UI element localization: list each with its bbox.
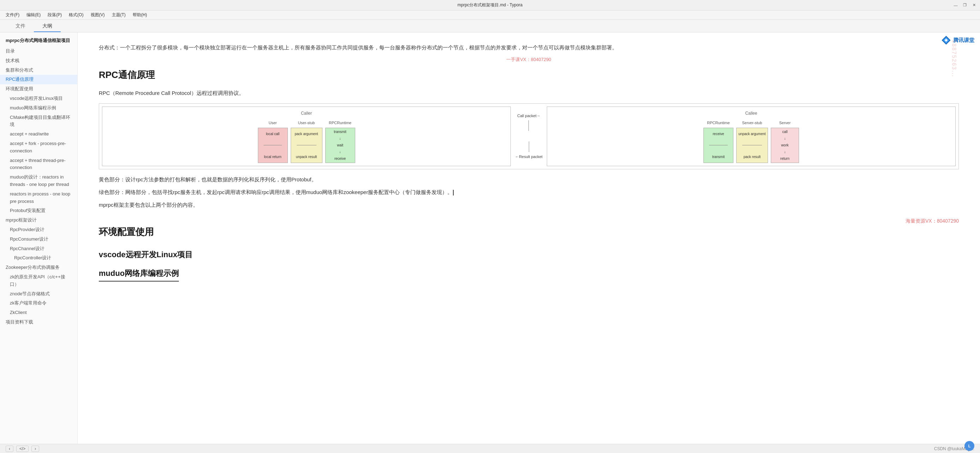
caller-boxes: User local call local return User-stub p… (105, 119, 508, 163)
sidebar-item-21[interactable]: znode节点存储格式 (0, 289, 77, 299)
callee-server-rect: call ↓ work ↓ return (771, 128, 799, 163)
caller-user-box: User local call local return (258, 119, 288, 163)
menu-item-视图v[interactable]: 视图(V) (88, 11, 108, 19)
sidebar-item-1[interactable]: 技术栈 (0, 56, 77, 66)
tab-file[interactable]: 文件 (7, 21, 34, 32)
summary-para: mprpc框架主要包含以上两个部分的内容。 (99, 200, 959, 210)
caller-rpcruntime-rect: transmit ↓ wait ↓ receive (325, 128, 355, 163)
next-button[interactable]: › (32, 446, 39, 452)
code-toggle-button[interactable]: </> (16, 446, 29, 452)
svg-marker-2 (945, 39, 948, 41)
sidebar-item-2[interactable]: 集群和分布式 (0, 66, 77, 75)
menu-item-段落p[interactable]: 段落(P) (45, 11, 65, 19)
menu-bar: 文件(F)编辑(E)段落(P)格式(O)视图(V)主题(T)帮助(H) (0, 11, 980, 20)
caller-user-label: User (269, 119, 277, 126)
restore-button[interactable]: ❐ (963, 3, 967, 8)
bottom-navigation: ‹ </> › (6, 446, 39, 452)
sidebar-item-22[interactable]: zk客户端常用命令 (0, 299, 77, 308)
menu-item-文件f[interactable]: 文件(F) (3, 11, 22, 19)
call-packet-arrow: Call packet→ (517, 113, 540, 131)
caller-user-stub-label: User-stub (298, 119, 315, 126)
rpc-diagram: Caller User local call local return User… (99, 103, 959, 169)
caller-label: Caller (105, 110, 508, 117)
svg-marker-1 (943, 37, 949, 43)
sidebar-item-12[interactable]: reactors in process - one loop pre proce… (0, 189, 77, 207)
sidebar-item-5[interactable]: vscode远程开发Linux项目 (0, 94, 77, 103)
menu-item-格式o[interactable]: 格式(O) (66, 11, 86, 19)
caller-user-stub-rect: pack argument unpack result (291, 128, 323, 163)
sidebar-item-17[interactable]: RpcChannel设计 (0, 244, 77, 254)
sidebar-item-24[interactable]: 项目资料下载 (0, 318, 77, 327)
callee-rpcruntime-box: RPCRuntime receive transmit (703, 119, 733, 163)
sidebar-item-14[interactable]: mprpc框架设计 (0, 216, 77, 225)
sidebar-item-7[interactable]: CMake构建项目目集成翻译环境 (0, 113, 77, 130)
callee-server-label: Server (779, 119, 791, 126)
rpc-intro-para: RPC（Remote Procedure Call Protocol）远程过程调… (99, 89, 959, 98)
bottom-bar: ‹ </> › CSDN @luukaMagi... L (0, 444, 980, 453)
sidebar-item-8[interactable]: accept + read/write (0, 129, 77, 139)
menu-item-主题t[interactable]: 主题(T) (109, 11, 129, 19)
diagram-arrows: Call packet→ ←Result packet (514, 104, 544, 169)
green-para: 绿色部分：网络部分，包括寻找rpc服务主机，发起rpc调用请求和响应rpc调用结… (99, 188, 959, 197)
window-controls: — ❐ ✕ (953, 3, 977, 8)
sidebar-item-6[interactable]: muduo网络库编程示例 (0, 103, 77, 113)
caller-rpcruntime-box: RPCRuntime transmit ↓ wait ↓ receive (325, 119, 355, 163)
sidebar-project-title: mprpc分布式网络通信框架项目 (0, 36, 77, 45)
callee-server-stub-box: Server-stub unpack argument pack result (736, 119, 768, 163)
result-packet-arrow: ←Result packet (515, 141, 542, 160)
sidebar-item-11[interactable]: muduo的设计：reactors in threads - one loop … (0, 173, 77, 189)
yellow-para: 黄色部分：设计rpc方法参数的打包和解析，也就是数据的序列化和反序列化，使用Pr… (99, 175, 959, 184)
menu-item-编辑e[interactable]: 编辑(E) (24, 11, 43, 19)
rpc-heading: RPC通信原理 (99, 67, 959, 83)
sidebar-item-19[interactable]: Zookeeper分布式协调服务 (0, 263, 77, 272)
sidebar-item-20[interactable]: zk的原生开发API（c/c++接口） (0, 272, 77, 289)
callee-boxes: RPCRuntime receive transmit Server-stub … (550, 119, 953, 163)
caller-side: Caller User local call local return User… (102, 106, 511, 166)
section2-heading: 环境配置使用 (99, 224, 959, 240)
user-avatar[interactable]: L (964, 441, 974, 451)
minimize-button[interactable]: — (953, 3, 958, 8)
tab-bar: 文件 大纲 (0, 20, 980, 32)
section3-heading: vscode远程开发Linux项目 (99, 248, 959, 261)
sidebar-item-0[interactable]: 目录 (0, 46, 77, 56)
content-area[interactable]: 腾讯课堂 18875263... 分布式：一个工程拆分了很多模块，每一个模块独立… (78, 32, 980, 444)
caller-rpcruntime-label: RPCRuntime (329, 119, 352, 126)
text-cursor (453, 190, 453, 196)
callee-side: Callee RPCRuntime receive transmit Serve… (547, 106, 956, 166)
sidebar-item-16[interactable]: RpcConsumer设计 (0, 235, 77, 244)
caller-user-stub-box: User-stub pack argument unpack result (291, 119, 323, 163)
title-bar: mprpc分布式框架项目.md - Typora — ❐ ✕ (0, 0, 980, 11)
vx-watermark-top: 一手课VX：80407290 (99, 56, 959, 64)
sidebar-item-13[interactable]: Protobuf安装配置 (0, 206, 77, 216)
tab-outline[interactable]: 大纲 (34, 21, 60, 32)
menu-item-帮助h[interactable]: 帮助(H) (130, 11, 150, 19)
prev-button[interactable]: ‹ (6, 446, 13, 452)
sidebar-item-15[interactable]: RpcProvider设计 (0, 225, 77, 235)
caller-user-rect: local call local return (258, 128, 288, 163)
sidebar-item-3[interactable]: RPC通信原理 (0, 75, 77, 84)
sidebar-item-18[interactable]: RpcController设计 (0, 253, 77, 263)
callee-rpcruntime-label: RPCRuntime (707, 119, 730, 126)
main-layout: mprpc分布式网络通信框架项目 目录技术栈集群和分布式RPC通信原理环境配置使… (0, 32, 980, 444)
sidebar-item-4[interactable]: 环境配置使用 (0, 84, 77, 94)
sidebar-item-23[interactable]: ZkClient (0, 308, 77, 318)
callee-label: Callee (550, 110, 953, 117)
callee-server-stub-rect: unpack argument pack result (736, 128, 768, 163)
watermark-vx-bottom: 海量资源VX：80407290 (905, 217, 959, 226)
title-bar-text: mprpc分布式框架项目.md - Typora (458, 2, 522, 8)
sidebar-item-9[interactable]: accept + fork - process-pre-connection (0, 139, 77, 156)
callee-server-box: Server call ↓ work ↓ return (771, 119, 799, 163)
section4-heading: muduo网络库编程示例 (99, 267, 959, 281)
sidebar-item-10[interactable]: accept + thread thread-pre-connection (0, 156, 77, 173)
close-button[interactable]: ✕ (972, 3, 977, 8)
intro-paragraph: 分布式：一个工程拆分了很多模块，每一个模块独立部署运行在一个服务器主机上，所有服… (99, 43, 959, 52)
callee-server-stub-label: Server-stub (742, 119, 762, 126)
sidebar: mprpc分布式网络通信框架项目 目录技术栈集群和分布式RPC通信原理环境配置使… (0, 32, 78, 444)
callee-rpcruntime-rect: receive transmit (703, 128, 733, 163)
